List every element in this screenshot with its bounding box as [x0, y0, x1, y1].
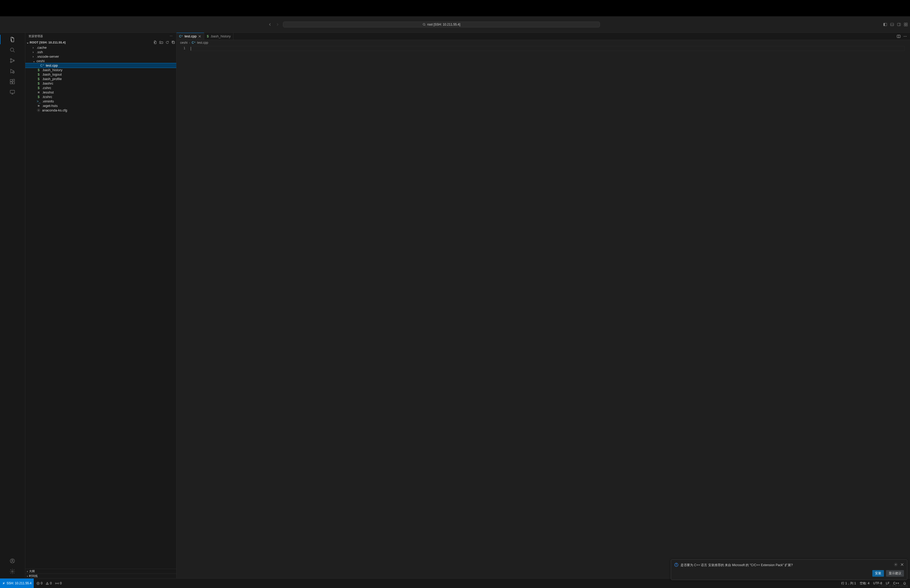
show-recommendations-button[interactable]: 显示建议 — [886, 570, 904, 577]
toggle-primary-sidebar-icon[interactable] — [883, 23, 887, 27]
editor-tab[interactable]: $.bash_history — [204, 33, 234, 40]
file-item[interactable]: $.bash_logout — [25, 72, 176, 77]
folder-item[interactable]: ›.ssh — [25, 50, 176, 54]
customize-layout-icon[interactable] — [904, 23, 908, 27]
mac-titlebar — [0, 0, 910, 16]
activity-bar — [0, 33, 25, 578]
warning-icon — [45, 582, 49, 585]
remote-label: SSH: 10.211.55.4 — [6, 582, 32, 585]
svg-point-13 — [11, 61, 12, 63]
remote-explorer-icon[interactable] — [0, 87, 25, 97]
close-tab-icon[interactable] — [198, 35, 201, 38]
extensions-icon[interactable] — [0, 77, 25, 86]
svg-point-31 — [895, 564, 896, 565]
toggle-panel-icon[interactable] — [890, 23, 894, 27]
breadcrumb-item[interactable]: ceshi — [180, 41, 187, 45]
folder-item[interactable]: ›.vscode-server — [25, 54, 176, 59]
info-icon — [674, 563, 679, 567]
file-item[interactable]: $.bash_history — [25, 68, 176, 72]
timeline-section-header[interactable]: › 时间线 — [25, 573, 176, 578]
cpp-file-icon: C⁺ — [40, 63, 45, 68]
run-debug-icon[interactable] — [0, 66, 25, 76]
error-icon — [36, 582, 40, 585]
svg-rect-16 — [10, 79, 12, 81]
svg-rect-5 — [897, 23, 900, 26]
file-item[interactable]: $.tcshrc — [25, 95, 176, 99]
status-bar-right: 行 1，列 1 空格: 4 UTF-8 LF C++ CSDN @发呆的的zfg — [837, 581, 910, 586]
editor-tabs: C⁺test.cpp$.bash_history ⋯ — [176, 33, 910, 40]
outline-section-header[interactable]: › 大纲 — [25, 569, 176, 573]
tree-item-label: .bash_history — [42, 68, 63, 72]
toggle-secondary-sidebar-icon[interactable] — [897, 23, 901, 27]
chevron-icon: ⌄ — [33, 59, 35, 63]
nav-forward-icon[interactable] — [276, 23, 279, 26]
tree-item-label: .cshrc — [42, 86, 52, 90]
cpp-file-icon: C⁺ — [192, 41, 196, 45]
file-item[interactable]: $.bashrc — [25, 81, 176, 86]
current-line-highlight — [190, 46, 905, 51]
notification-close-icon[interactable] — [900, 563, 904, 567]
tree-item-label: .lesshst — [42, 90, 54, 94]
folder-item[interactable]: ⌄ceshi — [25, 59, 176, 63]
svg-rect-19 — [13, 79, 15, 81]
command-center-text: root [SSH: 10.211.55.4] — [427, 23, 460, 26]
nav-back-icon[interactable] — [268, 23, 272, 26]
svg-point-11 — [11, 48, 14, 52]
title-bar-right — [600, 23, 908, 27]
tree-item-label: .ssh — [37, 50, 43, 54]
editor-body[interactable]: 1 — [176, 45, 910, 578]
collapse-all-icon[interactable] — [171, 40, 175, 44]
command-center-search[interactable]: root [SSH: 10.211.55.4] — [283, 22, 600, 27]
editor-tab[interactable]: C⁺test.cpp — [176, 33, 204, 40]
ports-status[interactable]: 0 — [55, 582, 61, 585]
remote-icon — [2, 582, 5, 585]
folder-item[interactable]: ›.cache — [25, 45, 176, 50]
file-item[interactable]: ≡.wget-hsts — [25, 103, 176, 108]
title-bar-center: root [SSH: 10.211.55.4] — [283, 22, 600, 27]
indentation-status[interactable]: 空格: 4 — [860, 581, 870, 586]
new-file-icon[interactable] — [154, 40, 157, 44]
explorer-icon[interactable] — [0, 35, 25, 44]
file-item[interactable]: $.bash_profile — [25, 77, 176, 81]
settings-gear-icon[interactable] — [0, 567, 25, 576]
shell-file-icon: $ — [37, 86, 41, 90]
new-folder-icon[interactable] — [159, 40, 163, 44]
editor-more-icon[interactable]: ⋯ — [904, 34, 907, 38]
cursor-position[interactable]: 行 1，列 1 — [841, 581, 856, 586]
install-button[interactable]: 安装 — [872, 570, 884, 577]
notification-gear-icon[interactable] — [894, 563, 898, 567]
file-item[interactable]: >_.viminfo — [25, 99, 176, 103]
text-file-icon: ≡ — [37, 90, 41, 94]
breadcrumbs[interactable]: ceshi › C⁺ test.cpp — [176, 40, 910, 45]
refresh-icon[interactable] — [165, 40, 169, 44]
notification-toast: 是否要为 C++ 语言 安装推荐的 来自 Microsoft 的 "C/C++ … — [671, 559, 907, 580]
search-icon[interactable] — [0, 45, 25, 55]
sidebar-more-icon[interactable]: ⋯ — [170, 34, 173, 38]
shell-file-icon: $ — [207, 34, 209, 38]
config-file-icon — [37, 108, 41, 112]
chevron-icon: › — [33, 50, 35, 54]
file-item[interactable]: $.cshrc — [25, 86, 176, 90]
svg-point-22 — [12, 559, 13, 561]
svg-point-25 — [38, 110, 39, 111]
file-item[interactable]: C⁺test.cpp — [25, 63, 176, 68]
chevron-right-icon: › — [27, 570, 28, 573]
svg-rect-3 — [891, 23, 894, 26]
line-number: 1 — [176, 46, 186, 50]
file-item[interactable]: ≡.lesshst — [25, 90, 176, 95]
chevron-down-icon: ⌄ — [26, 40, 29, 44]
source-control-icon[interactable] — [0, 56, 25, 65]
csdn-watermark: CSDN @发呆的的zfg — [879, 584, 908, 588]
accounts-icon[interactable] — [0, 556, 25, 565]
svg-rect-8 — [906, 23, 907, 24]
file-item[interactable]: anaconda-ks.cfg — [25, 108, 176, 113]
breadcrumb-item[interactable]: test.cpp — [197, 41, 208, 45]
text-file-icon: ≡ — [37, 104, 41, 108]
split-editor-icon[interactable] — [897, 34, 901, 39]
problems-status[interactable]: 0 0 — [36, 582, 52, 585]
breadcrumb-separator-icon: › — [189, 41, 190, 44]
tree-item-label: ceshi — [37, 59, 45, 63]
svg-point-34 — [47, 584, 47, 584]
explorer-folder-header[interactable]: ⌄ ROOT [SSH: 10.211.55.4] — [25, 39, 176, 45]
remote-indicator[interactable]: SSH: 10.211.55.4 — [0, 578, 34, 588]
